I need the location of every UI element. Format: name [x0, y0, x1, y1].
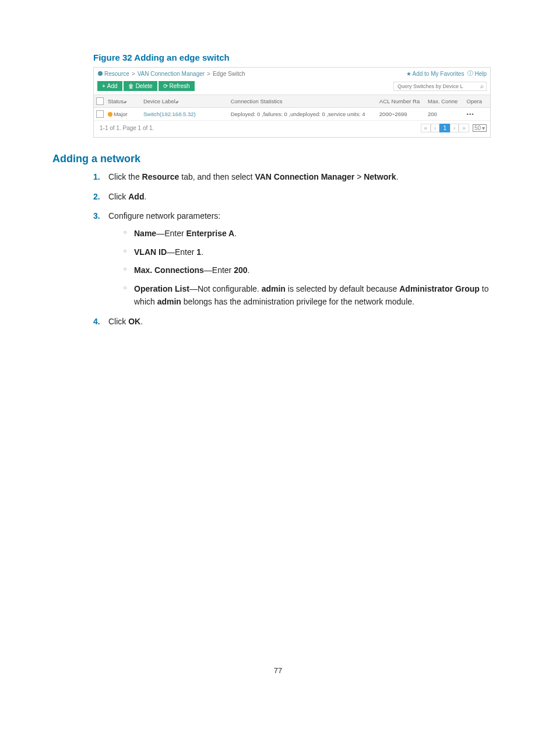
page-number: 77 — [52, 666, 504, 675]
plus-icon: + — [102, 83, 105, 89]
search-icon[interactable]: ⌕ — [480, 83, 484, 89]
status-major-icon — [108, 112, 112, 117]
refresh-button[interactable]: ⟳ Refresh — [159, 81, 195, 91]
star-icon: ★ — [406, 71, 411, 77]
cell-max: 200 — [425, 108, 464, 121]
cell-ops[interactable]: ••• — [464, 108, 490, 121]
trash-icon: 🗑 — [128, 83, 134, 89]
breadcrumb-van[interactable]: VAN Connection Manager — [138, 71, 205, 77]
cell-status: Major — [105, 108, 141, 121]
page-last[interactable]: » — [459, 124, 469, 132]
figure-caption: Figure 32 Adding an edge switch — [93, 52, 504, 62]
cell-device[interactable]: Switch(192.168.5.32) — [141, 108, 228, 121]
col-status[interactable]: Status — [105, 95, 141, 108]
col-acl: ACL Number Ra — [377, 95, 425, 108]
breadcrumb-resource[interactable]: Resource — [104, 71, 129, 77]
table-header-row: Status Device Label Connection Statistic… — [94, 95, 490, 108]
col-ops: Opera — [464, 95, 490, 108]
substep-vlan: VLAN ID—Enter 1. — [124, 246, 504, 259]
breadcrumb: Resource > VAN Connection Manager > Edge… — [94, 68, 490, 79]
chevron-down-icon: ▾ — [482, 125, 485, 131]
add-button[interactable]: + Add — [97, 81, 122, 91]
select-all-checkbox[interactable] — [96, 97, 104, 105]
page-prev[interactable]: ‹ — [431, 124, 439, 132]
page-next[interactable]: › — [450, 124, 459, 132]
nav-icon — [97, 71, 103, 76]
page-size-select[interactable]: 50 ▾ — [473, 124, 487, 132]
substep-oplist: Operation List—Not configurable. admin i… — [124, 283, 504, 308]
col-max: Max. Conne — [425, 95, 464, 108]
refresh-icon: ⟳ — [163, 83, 168, 89]
search-input[interactable] — [396, 83, 478, 90]
table-row[interactable]: Major Switch(192.168.5.32) Deployed: 0 ,… — [94, 108, 490, 121]
step-2: Click Add. — [93, 191, 504, 204]
section-heading: Adding a network — [52, 153, 504, 165]
cell-acl: 2000~2699 — [377, 108, 425, 121]
switch-table: Status Device Label Connection Statistic… — [94, 94, 490, 121]
toolbar: + Add 🗑 Delete ⟳ Refresh ⌕ — [94, 79, 490, 94]
row-checkbox[interactable] — [96, 110, 104, 118]
help-icon: ⓘ — [467, 69, 473, 78]
svg-point-0 — [98, 71, 103, 76]
step-4: Click OK. — [93, 316, 504, 328]
substep-maxconn: Max. Connections—Enter 200. — [124, 264, 504, 277]
table-footer: 1-1 of 1. Page 1 of 1. « ‹ 1 › » 50 ▾ — [94, 121, 490, 137]
breadcrumb-edge: Edge Switch — [213, 71, 245, 77]
page-first[interactable]: « — [421, 124, 431, 132]
substep-name: Name—Enter Enterprise A. — [124, 228, 504, 240]
step-1: Click the Resource tab, and then select … — [93, 171, 504, 184]
substeps-list: Name—Enter Enterprise A. VLAN ID—Enter 1… — [108, 228, 504, 308]
steps-list: Click the Resource tab, and then select … — [93, 171, 504, 328]
add-favorites-link[interactable]: ★ Add to My Favorites — [406, 71, 464, 77]
search-box[interactable]: ⌕ — [393, 82, 487, 91]
col-device[interactable]: Device Label — [141, 95, 228, 108]
col-conn: Connection Statistics — [228, 95, 377, 108]
page-current[interactable]: 1 — [439, 124, 450, 132]
pagination-summary: 1-1 of 1. Page 1 of 1. — [100, 125, 154, 131]
screenshot-panel: Resource > VAN Connection Manager > Edge… — [93, 67, 491, 138]
help-link[interactable]: ⓘ Help — [467, 69, 487, 78]
delete-button[interactable]: 🗑 Delete — [124, 81, 157, 91]
cell-connection: Deployed: 0 ,failures: 0 ,undeployed: 0 … — [228, 108, 377, 121]
pagination: « ‹ 1 › » 50 ▾ — [421, 124, 487, 132]
step-3: Configure network parameters: Name—Enter… — [93, 210, 504, 308]
more-icon: ••• — [467, 111, 474, 117]
